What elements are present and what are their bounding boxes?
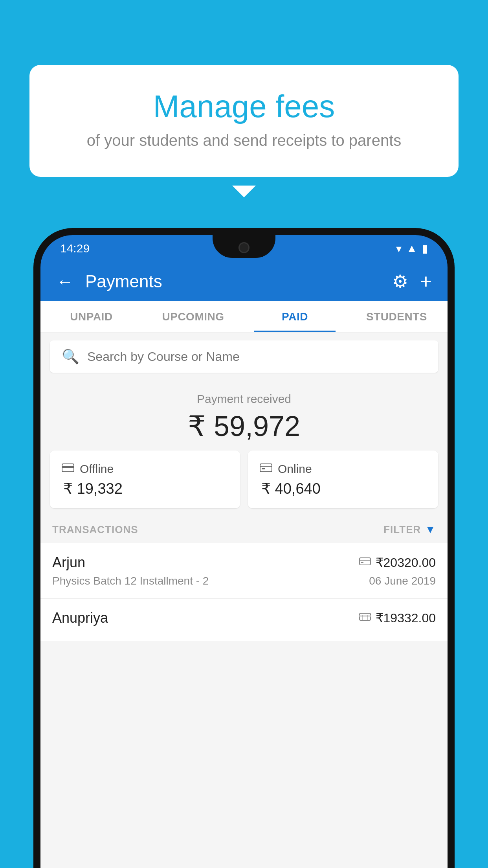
notch [213, 235, 275, 258]
svg-rect-2 [260, 464, 272, 472]
transaction-right-arjun: ₹20320.00 [359, 555, 436, 570]
add-button[interactable]: + [420, 270, 432, 293]
online-card: Online ₹ 40,640 [248, 451, 438, 508]
svg-rect-9 [360, 615, 371, 617]
transaction-date: 06 June 2019 [369, 575, 436, 587]
wifi-icon: ▾ [396, 242, 402, 255]
svg-rect-5 [360, 558, 371, 565]
settings-icon[interactable]: ⚙ [392, 271, 408, 292]
transaction-name: Anupriya [52, 610, 108, 626]
speech-bubble: Manage fees of your students and send re… [29, 65, 459, 177]
tabs-bar: UNPAID UPCOMING PAID STUDENTS [40, 301, 448, 333]
transaction-course: Physics Batch 12 Installment - 2 [52, 575, 209, 587]
online-amount: ₹ 40,640 [260, 480, 426, 497]
battery-icon: ▮ [422, 242, 428, 255]
transactions-label: TRANSACTIONS [52, 524, 138, 536]
tab-upcoming[interactable]: UPCOMING [142, 301, 244, 332]
status-time: 14:29 [60, 242, 90, 255]
back-button[interactable]: ← [56, 272, 73, 291]
camera [238, 242, 250, 253]
search-container: 🔍 [50, 340, 438, 373]
online-icon [260, 462, 272, 476]
card-header-offline: Offline [62, 462, 228, 476]
tab-unpaid[interactable]: UNPAID [40, 301, 142, 332]
filter-container[interactable]: FILTER ▼ [383, 523, 436, 536]
table-row[interactable]: Arjun ₹20320.00 Physics Batch 1 [40, 543, 448, 598]
offline-icon [62, 462, 74, 476]
signal-icon: ▲ [406, 242, 417, 255]
transaction-top-arjun: Arjun ₹20320.00 [52, 554, 436, 571]
bubble-subtitle: of your students and send receipts to pa… [61, 132, 427, 149]
phone-inner: 14:29 ▾ ▲ ▮ ← Payments ⚙ + UNPAID UPCOMI… [40, 235, 448, 868]
payment-type-icon [359, 556, 371, 569]
filter-icon: ▼ [425, 523, 436, 536]
page-title: Payments [85, 272, 392, 291]
svg-rect-4 [262, 468, 265, 469]
search-icon: 🔍 [62, 348, 79, 365]
payment-type-icon-cash [359, 612, 371, 624]
phone-frame: 14:29 ▾ ▲ ▮ ← Payments ⚙ + UNPAID UPCOMI… [33, 228, 455, 868]
transaction-top-anupriya: Anupriya ₹19332.00 [52, 610, 436, 626]
offline-amount: ₹ 19,332 [62, 480, 228, 497]
transaction-name: Arjun [52, 554, 85, 571]
card-header-online: Online [260, 462, 426, 476]
payment-summary: Payment received ₹ 59,972 [40, 381, 448, 451]
payment-amount: ₹ 59,972 [50, 410, 438, 443]
table-row[interactable]: Anupriya ₹19332.00 [40, 598, 448, 641]
content-area: 🔍 Payment received ₹ 59,972 [40, 333, 448, 868]
search-input[interactable] [87, 349, 426, 364]
tab-paid[interactable]: PAID [244, 301, 346, 332]
status-icons: ▾ ▲ ▮ [396, 242, 428, 255]
transaction-amount: ₹20320.00 [376, 555, 436, 570]
svg-rect-7 [361, 562, 363, 563]
transaction-bottom-arjun: Physics Batch 12 Installment - 2 06 June… [52, 575, 436, 587]
transaction-right-anupriya: ₹19332.00 [359, 611, 436, 625]
offline-card: Offline ₹ 19,332 [50, 451, 240, 508]
offline-label: Offline [80, 462, 114, 476]
transactions-header: TRANSACTIONS FILTER ▼ [40, 516, 448, 543]
app-header: ← Payments ⚙ + [40, 262, 448, 301]
svg-rect-1 [62, 466, 74, 468]
payment-label: Payment received [50, 392, 438, 406]
online-label: Online [278, 462, 312, 476]
filter-label: FILTER [383, 524, 421, 536]
bubble-title: Manage fees [61, 88, 427, 125]
payment-cards: Offline ₹ 19,332 Online [40, 451, 448, 516]
tab-students[interactable]: STUDENTS [346, 301, 448, 332]
transaction-amount: ₹19332.00 [376, 611, 436, 625]
